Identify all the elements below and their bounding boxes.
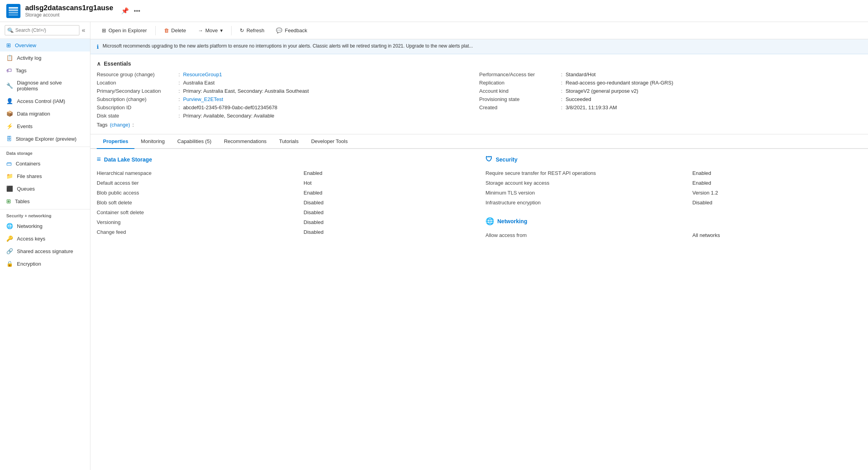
sidebar-item-tags[interactable]: 🏷 Tags [0,64,90,77]
storage-account-icon [6,4,20,18]
security-networking-column: 🛡 Security Require secure transfer for R… [485,155,862,240]
location-row: Location : Australia East [97,80,479,86]
move-icon: → [198,28,203,33]
containers-icon: 🗃 [6,160,12,167]
table-row: Allow access from All networks [485,230,862,240]
tab-content-properties: ≡ Data Lake Storage Hierarchical namespa… [90,149,868,246]
file-shares-icon: 📁 [6,173,13,179]
more-options-icon[interactable]: ••• [134,7,140,15]
move-dropdown-icon: ▾ [220,28,223,33]
events-icon: ⚡ [6,123,13,129]
sidebar-item-access-keys[interactable]: 🔑 Access keys [0,232,90,245]
activity-log-icon: 📋 [6,55,13,61]
networking-table: Allow access from All networks [485,230,862,240]
refresh-icon: ↻ [240,28,244,33]
feedback-button[interactable]: 💬 Feedback [271,25,312,36]
table-row: Versioning Disabled [97,217,473,227]
essentials-left: Resource group (change) : ResourceGroup1… [97,72,479,119]
iam-icon: 👤 [6,98,13,104]
table-row: Hierarchical namespace Enabled [97,168,473,178]
tab-developer-tools[interactable]: Developer Tools [305,134,354,149]
collapse-essentials-icon[interactable]: ∧ [97,61,101,67]
diagnose-icon: 🔧 [6,83,13,89]
refresh-button[interactable]: ↻ Refresh [235,25,270,36]
security-networking-section-label: Security + networking [0,209,90,220]
alert-text: Microsoft recommends upgrading to the ne… [103,43,473,49]
overview-icon: ⊞ [6,42,11,48]
essentials-header: ∧ Essentials [97,61,862,67]
sidebar-item-activity-log[interactable]: 📋 Activity log [0,51,90,64]
sidebar-item-data-migration[interactable]: 📦 Data migration [0,107,90,120]
svg-rect-1 [9,7,18,9]
svg-rect-4 [9,14,18,16]
alert-banner: ℹ Microsoft recommends upgrading to the … [90,39,868,54]
tags-icon: 🏷 [6,67,12,73]
table-row: Default access tier Hot [97,178,473,188]
subscription-link[interactable]: Purview_E2ETest [183,96,223,102]
storage-explorer-icon: 🗄 [6,136,12,142]
resource-name: adlsg2datascans1rg1ause [25,4,113,12]
sidebar-item-tables[interactable]: ⊞ Tables [0,195,90,207]
sidebar-item-iam[interactable]: 👤 Access Control (IAM) [0,95,90,107]
collapse-sidebar-button[interactable]: « [82,27,85,34]
toolbar-separator-1 [155,26,156,35]
encryption-icon: 🔒 [6,261,13,267]
sidebar-item-queues[interactable]: ⬛ Queues [0,182,90,195]
resource-group-link[interactable]: ResourceGroup1 [183,72,222,77]
sidebar-item-diagnose[interactable]: 🔧 Diagnose and solve problems [0,77,90,95]
open-explorer-button[interactable]: ⊞ Open in Explorer [97,25,152,36]
tab-properties[interactable]: Properties [97,134,134,149]
content-area: ⊞ Open in Explorer 🗑 Delete → Move ▾ ↻ R… [90,22,868,470]
open-explorer-icon: ⊞ [102,28,106,33]
table-row: Require secure transfer for REST API ope… [485,168,862,178]
security-icon: 🛡 [485,155,493,163]
table-row: Storage account key access Enabled [485,178,862,188]
primary-secondary-row: Primary/Secondary Location : Primary: Au… [97,88,479,94]
tables-icon: ⊞ [6,198,11,204]
tabs-bar: Properties Monitoring Capabilities (5) R… [90,134,868,149]
data-migration-icon: 📦 [6,110,13,117]
move-button[interactable]: → Move ▾ [193,25,228,36]
tab-tutorials[interactable]: Tutorials [273,134,305,149]
pin-icon[interactable]: 📌 [121,7,129,15]
account-kind-row: Account kind : StorageV2 (general purpos… [479,88,862,94]
resource-title: adlsg2datascans1rg1ause Storage account [25,4,113,18]
created-row: Created : 3/8/2021, 11:19:33 AM [479,105,862,110]
replication-row: Replication : Read-access geo-redundant … [479,80,862,86]
toolbar-separator-2 [231,26,232,35]
data-lake-table: Hierarchical namespace Enabled Default a… [97,168,473,237]
table-row: Minimum TLS version Version 1.2 [485,188,862,198]
sidebar-item-encryption[interactable]: 🔒 Encryption [0,257,90,270]
data-lake-icon: ≡ [97,155,101,163]
networking-section-icon: 🌐 [485,217,494,226]
table-row: Container soft delete Disabled [97,207,473,217]
toolbar: ⊞ Open in Explorer 🗑 Delete → Move ▾ ↻ R… [90,22,868,39]
sidebar-item-shared-access-signature[interactable]: 🔗 Shared access signature [0,245,90,257]
security-section: 🛡 Security Require secure transfer for R… [485,155,862,207]
svg-rect-3 [9,12,18,13]
resource-group-row: Resource group (change) : ResourceGroup1 [97,72,479,77]
networking-section: 🌐 Networking Allow access from All netwo… [485,217,862,240]
table-row: Infrastructure encryption Disabled [485,198,862,207]
disk-state-row: Disk state : Primary: Available, Seconda… [97,113,479,119]
sidebar-item-networking[interactable]: 🌐 Networking [0,220,90,232]
sidebar-item-file-shares[interactable]: 📁 File shares [0,170,90,182]
sidebar-item-containers[interactable]: 🗃 Containers [0,157,90,170]
networking-section-title: 🌐 Networking [485,217,862,226]
data-lake-storage-title: ≡ Data Lake Storage [97,155,473,163]
subscription-row: Subscription (change) : Purview_E2ETest [97,96,479,102]
search-input[interactable] [5,25,79,35]
feedback-icon: 💬 [276,28,282,33]
delete-button[interactable]: 🗑 Delete [159,25,191,36]
provisioning-row: Provisioning state : Succeeded [479,96,862,102]
essentials-right: Performance/Access tier : Standard/Hot R… [479,72,862,119]
tab-recommendations[interactable]: Recommendations [218,134,273,149]
security-section-title: 🛡 Security [485,155,862,163]
sidebar-item-events[interactable]: ⚡ Events [0,120,90,132]
tab-monitoring[interactable]: Monitoring [134,134,171,149]
tags-change-link[interactable]: (change) [110,122,130,128]
queues-icon: ⬛ [6,185,13,192]
sidebar-item-overview[interactable]: ⊞ Overview [0,39,90,51]
sidebar-item-storage-explorer[interactable]: 🗄 Storage Explorer (preview) [0,132,90,145]
tab-capabilities[interactable]: Capabilities (5) [171,134,218,149]
